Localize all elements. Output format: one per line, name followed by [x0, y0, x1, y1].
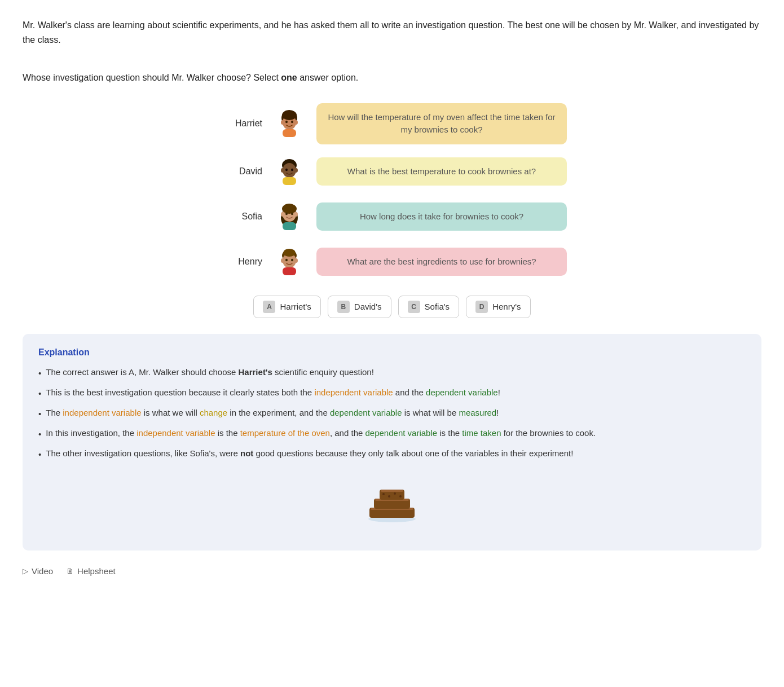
question-box-harriet: How will the temperature of my oven affe… [316, 103, 567, 144]
answer-label-a: Harriet's [280, 302, 311, 311]
svg-point-19 [281, 212, 284, 217]
svg-point-40 [394, 492, 396, 495]
svg-rect-18 [283, 222, 296, 230]
footer-links: ▷ Video 🗎 Helpsheet [23, 562, 761, 576]
bullet-icon-5: • [38, 448, 41, 461]
answer-button-d[interactable]: D Henry's [466, 296, 530, 318]
student-name-harriet: Harriet [217, 118, 262, 129]
svg-point-4 [281, 120, 284, 125]
svg-point-6 [285, 121, 288, 123]
svg-point-38 [382, 493, 385, 495]
explanation-text-4: In this investigation, the independent v… [46, 426, 596, 441]
answer-label-d: Henry's [492, 302, 521, 311]
svg-rect-37 [381, 490, 403, 492]
svg-point-2 [282, 110, 297, 120]
bullet-icon-2: • [38, 387, 41, 400]
explanation-text-5: The other investigation questions, like … [46, 447, 573, 461]
answer-label-c: Sofia's [425, 302, 450, 311]
bullet-icon-4: • [38, 428, 41, 441]
svg-rect-26 [283, 267, 296, 275]
helpsheet-label: Helpsheet [77, 566, 116, 576]
svg-rect-10 [283, 177, 296, 185]
answer-button-b[interactable]: B David's [328, 296, 391, 318]
brownie-illustration [38, 473, 746, 523]
answer-label-b: David's [354, 302, 382, 311]
svg-point-14 [291, 169, 293, 171]
video-label: Video [32, 566, 53, 576]
svg-point-21 [285, 213, 288, 215]
svg-point-9 [283, 163, 296, 178]
explanation-bullet-2: • This is the best investigation questio… [38, 386, 746, 400]
question-box-henry: What are the best ingredients to use for… [316, 248, 567, 276]
student-row-sofia: Sofia How long does it take [217, 199, 567, 235]
student-name-sofia: Sofia [217, 212, 262, 222]
students-section: Harriet How will the tempera [23, 103, 761, 280]
answer-letter-d: D [475, 301, 488, 313]
answer-button-c[interactable]: C Sofia's [398, 296, 460, 318]
explanation-text-1: The correct answer is A, Mr. Walker shou… [46, 365, 374, 380]
student-row-harriet: Harriet How will the tempera [217, 103, 567, 144]
student-row-henry: Henry What are the best ingr [217, 244, 567, 280]
explanation-list: • The correct answer is A, Mr. Walker sh… [38, 365, 746, 461]
avatar-henry [271, 244, 307, 280]
answer-options: A Harriet's B David's C Sofia's D Henry'… [23, 296, 761, 318]
explanation-text-3: The independent variable is what we will… [46, 406, 499, 421]
play-icon: ▷ [23, 567, 28, 575]
svg-point-30 [291, 259, 293, 261]
explanation-box: Explanation • The correct answer is A, M… [23, 334, 761, 551]
video-link[interactable]: ▷ Video [23, 566, 53, 576]
avatar-sofia [271, 199, 307, 235]
svg-point-5 [294, 120, 298, 125]
svg-point-29 [285, 259, 288, 261]
svg-point-22 [291, 213, 293, 215]
question-text: Whose investigation question should Mr. … [23, 71, 761, 85]
svg-rect-3 [283, 129, 296, 137]
question-box-david: What is the best temperature to cook bro… [316, 157, 567, 186]
student-name-henry: Henry [217, 257, 262, 267]
explanation-text-2: This is the best investigation question … [46, 386, 500, 400]
svg-point-7 [291, 121, 293, 123]
avatar-harriet [271, 105, 307, 142]
answer-letter-b: B [337, 301, 350, 313]
explanation-bullet-4: • In this investigation, the independent… [38, 426, 746, 441]
answer-letter-c: C [408, 301, 420, 313]
svg-point-11 [281, 168, 284, 173]
svg-point-13 [285, 169, 288, 171]
svg-point-17 [282, 204, 297, 214]
bullet-icon-3: • [38, 407, 41, 421]
svg-point-20 [294, 212, 298, 217]
svg-point-25 [283, 249, 296, 257]
explanation-bullet-3: • The independent variable is what we wi… [38, 406, 746, 421]
svg-point-39 [388, 495, 390, 497]
explanation-title: Explanation [38, 347, 746, 358]
document-icon: 🗎 [67, 567, 74, 575]
svg-point-27 [281, 258, 284, 263]
explanation-bullet-5: • The other investigation questions, lik… [38, 447, 746, 461]
question-box-sofia: How long does it take for brownies to co… [316, 202, 567, 231]
explanation-bullet-1: • The correct answer is A, Mr. Walker sh… [38, 365, 746, 380]
answer-button-a[interactable]: A Harriet's [253, 296, 320, 318]
student-row-david: David What is the best temperature to co… [217, 153, 567, 190]
svg-point-28 [294, 258, 298, 263]
student-name-david: David [217, 166, 262, 177]
intro-paragraph1: Mr. Walker's class are learning about sc… [23, 18, 761, 47]
svg-point-12 [294, 168, 298, 173]
helpsheet-link[interactable]: 🗎 Helpsheet [67, 566, 116, 576]
svg-point-41 [399, 495, 402, 497]
bullet-icon-1: • [38, 367, 41, 380]
avatar-david [271, 153, 307, 190]
answer-letter-a: A [263, 301, 275, 313]
